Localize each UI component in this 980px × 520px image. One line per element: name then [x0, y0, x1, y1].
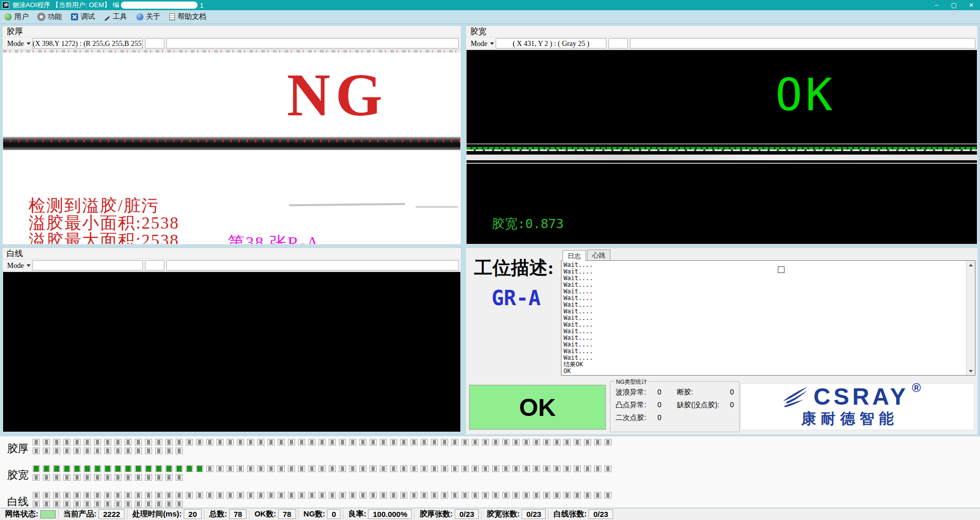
indicator-cell: [604, 465, 611, 472]
indicator-row: [33, 465, 611, 472]
indicator-cell: [553, 439, 560, 445]
stat-label: 二次点胶:: [616, 413, 657, 423]
stat-value: 0: [730, 401, 740, 410]
vendor-logo: CSRAY ® 康耐德智能: [741, 383, 974, 430]
indicator-cell: [472, 439, 479, 445]
indicator-cell: [247, 492, 254, 499]
log-line: Wait....: [564, 335, 973, 341]
indicator-cell: [43, 474, 50, 481]
indicator-cell: [461, 465, 469, 472]
registered-mark-icon: ®: [912, 381, 921, 395]
glue-line-strip: [467, 143, 977, 164]
indicator-cell: [574, 465, 581, 472]
pixel-coordinate-readout: ( X 431, Y 2 ) : ( Gray 25 ): [496, 38, 606, 48]
mode-dropdown[interactable]: Mode: [5, 39, 33, 48]
indicator-cell: [135, 465, 142, 472]
status-value: 2222: [99, 509, 125, 519]
indicator-cell: [339, 492, 346, 499]
status-value: 0/23: [455, 509, 479, 519]
overall-result-button[interactable]: OK: [469, 385, 606, 430]
indicator-cell: [594, 439, 601, 445]
tab-log[interactable]: 日志: [562, 250, 586, 261]
mode-dropdown[interactable]: Mode: [469, 39, 496, 48]
indicator-cell: [431, 439, 438, 445]
indicator-cell: [53, 501, 60, 507]
redaction-mark: [289, 203, 405, 206]
indicator-cell: [237, 465, 244, 472]
indicator-cell: [288, 465, 295, 472]
indicator-cell: [594, 492, 601, 499]
toolbar-field-long: [166, 38, 459, 48]
minimize-button[interactable]: –: [928, 0, 945, 10]
indicator-cell: [165, 439, 173, 445]
status-separator: [127, 510, 128, 519]
app-window: 侧涂AOI程序 【当前用户: OEM】 编 1 – ▢ ✕ 用户 功能 调试 工…: [0, 0, 980, 520]
indicator-cell: [533, 465, 540, 472]
log-line: OK: [564, 368, 973, 375]
panel-toolbar: Mode: [3, 259, 461, 271]
indicator-cell: [278, 465, 285, 472]
log-list[interactable]: Wait....Wait....Wait....Wait....Wait....…: [561, 260, 975, 376]
indicator-group-label: 胶宽: [7, 468, 31, 482]
indicator-cell: [410, 465, 418, 472]
menu-label: 功能: [47, 12, 62, 21]
glue-width-image[interactable]: OK 胶宽:0.873: [467, 50, 977, 244]
menu-item-user[interactable]: 用户: [0, 11, 33, 23]
status-label: 当前产品:: [63, 509, 96, 519]
indicator-cell: [237, 492, 244, 499]
menu-label: 关于: [146, 12, 160, 21]
scroll-up-icon[interactable]: [967, 261, 975, 269]
log-scrollbar[interactable]: [966, 261, 975, 375]
indicator-cell: [145, 448, 152, 454]
indicator-cell: [451, 439, 458, 445]
indicator-cell: [533, 439, 540, 445]
status-label: NG数:: [304, 509, 326, 519]
indicator-cell: [257, 439, 264, 445]
app-logo-icon: [2, 2, 9, 9]
white-line-image[interactable]: [3, 272, 460, 432]
status-separator: [548, 510, 549, 519]
indicator-cell: [74, 474, 81, 481]
indicator-cell: [329, 492, 336, 499]
help-doc-icon: [169, 13, 175, 20]
indicator-cell: [114, 492, 121, 499]
maximize-button[interactable]: ▢: [945, 0, 963, 10]
indicator-cell: [33, 492, 40, 499]
menu-item-about[interactable]: 关于: [132, 11, 165, 23]
menu-item-tools[interactable]: 工具: [100, 11, 132, 23]
indicator-cell: [512, 492, 520, 499]
log-checkbox[interactable]: [778, 266, 785, 273]
menu-item-function[interactable]: 功能: [33, 11, 66, 23]
glue-thickness-image[interactable]: NG 检测到溢胶/脏污 溢胶最小面积:2538 溢胶最大面积:2538 第38 …: [3, 50, 460, 244]
indicator-cell: [145, 465, 152, 472]
menu-item-help[interactable]: 帮助文档: [165, 11, 211, 23]
indicator-cell: [186, 465, 193, 472]
panel-title: 白线: [3, 248, 461, 259]
indicator-cell: [227, 465, 234, 472]
log-line: Wait....: [564, 282, 973, 288]
indicator-cell: [512, 439, 520, 445]
stat-value: 0: [657, 413, 677, 423]
indicator-cell: [155, 501, 162, 507]
indicator-cell: [410, 439, 418, 445]
indicator-cell: [176, 448, 183, 454]
indicator-row: [33, 448, 183, 454]
tab-heartbeat[interactable]: 心跳: [587, 250, 610, 260]
log-line: Wait....: [564, 275, 973, 282]
close-button[interactable]: ✕: [963, 0, 980, 10]
indicator-cell: [176, 465, 183, 472]
indicator-cell: [104, 465, 111, 472]
menu-item-debug[interactable]: 调试: [66, 11, 100, 23]
indicator-cell: [512, 465, 520, 472]
status-separator: [481, 510, 482, 519]
indicator-cell: [94, 474, 101, 481]
glue-edge-band: [3, 137, 460, 150]
indicator-cell: [400, 492, 407, 499]
indicator-cell: [43, 465, 50, 472]
scroll-down-icon[interactable]: [967, 367, 975, 375]
mode-dropdown[interactable]: Mode: [5, 261, 33, 270]
indicator-cell: [125, 439, 132, 445]
indicator-cell: [74, 501, 81, 507]
status-label: 胶厚张数:: [420, 509, 453, 519]
station-description-value: GR-A: [492, 286, 541, 310]
